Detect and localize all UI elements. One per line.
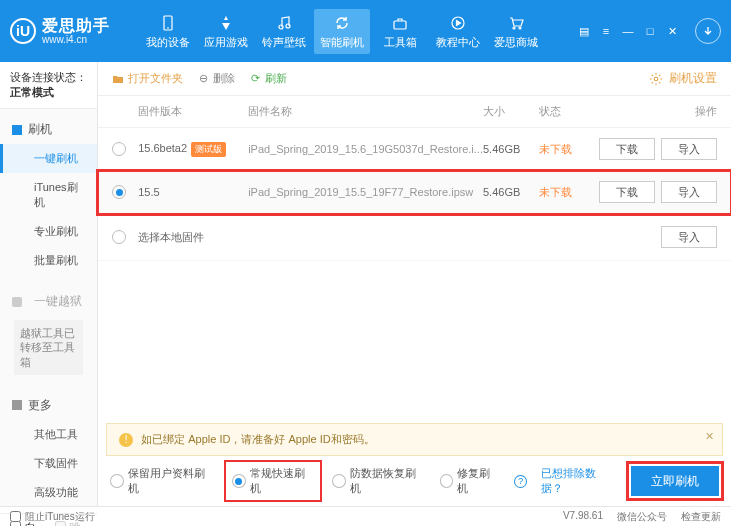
toolbox-icon xyxy=(390,13,410,33)
block-itunes-checkbox[interactable]: 阻止iTunes运行 xyxy=(10,510,95,524)
nav-label: 爱思商城 xyxy=(494,35,538,50)
firmware-row[interactable]: 15.6beta2测试版 iPad_Spring_2019_15.6_19G50… xyxy=(98,128,731,171)
app-icon xyxy=(216,13,236,33)
opt-anti-recovery[interactable]: 防数据恢复刷机 xyxy=(332,466,425,496)
refresh-icon: ⟳ xyxy=(249,73,261,85)
app-logo-icon: iU xyxy=(10,18,36,44)
local-fw-label: 选择本地固件 xyxy=(138,230,589,245)
warning-icon: ! xyxy=(119,433,133,447)
sidebar-item-oneclick[interactable]: 一键刷机 xyxy=(0,144,97,173)
fw-name: iPad_Spring_2019_15.6_19G5037d_Restore.i… xyxy=(248,143,483,155)
check-update-link[interactable]: 检查更新 xyxy=(681,510,721,524)
sidebar-header-more[interactable]: 更多 xyxy=(0,391,97,420)
square-icon xyxy=(12,400,22,410)
phone-icon xyxy=(158,13,178,33)
beta-badge: 测试版 xyxy=(191,142,226,157)
maximize-icon[interactable]: □ xyxy=(643,24,657,38)
local-firmware-row[interactable]: 选择本地固件 导入 xyxy=(98,214,731,261)
fw-size: 5.46GB xyxy=(483,186,539,198)
opt-normal-flash[interactable]: 常规快速刷机 xyxy=(228,464,318,498)
radio-icon xyxy=(110,474,124,488)
appleid-alert: ! 如已绑定 Apple ID，请准备好 Apple ID和密码。 ✕ xyxy=(106,423,723,456)
sidebar-header-flash[interactable]: 刷机 xyxy=(0,115,97,144)
cart-icon xyxy=(506,13,526,33)
minimize-icon[interactable]: — xyxy=(621,24,635,38)
sidebar-item-itunes[interactable]: iTunes刷机 xyxy=(0,173,97,217)
import-button[interactable]: 导入 xyxy=(661,226,717,248)
import-button[interactable]: 导入 xyxy=(661,181,717,203)
help-icon[interactable]: ? xyxy=(514,475,527,488)
download-button[interactable]: 下载 xyxy=(599,181,655,203)
radio-icon[interactable] xyxy=(112,142,126,156)
firmware-row-selected[interactable]: 15.5 iPad_Spring_2019_15.5_19F77_Restore… xyxy=(98,171,731,214)
download-button[interactable]: 下载 xyxy=(599,138,655,160)
svg-point-6 xyxy=(513,27,515,29)
exclude-data-link[interactable]: 已想排除数据？ xyxy=(541,466,617,496)
radio-icon xyxy=(332,474,346,488)
fw-status: 未下载 xyxy=(539,142,589,157)
fw-status: 未下载 xyxy=(539,185,589,200)
download-progress-icon[interactable] xyxy=(695,18,721,44)
th-name: 固件名称 xyxy=(248,104,483,119)
sidebar-item-pro[interactable]: 专业刷机 xyxy=(0,217,97,246)
opt-keep-data[interactable]: 保留用户资料刷机 xyxy=(110,466,214,496)
app-title: 爱思助手 xyxy=(42,17,110,35)
nav-my-device[interactable]: 我的设备 xyxy=(140,9,196,54)
nav-label: 我的设备 xyxy=(146,35,190,50)
refresh-button[interactable]: ⟳刷新 xyxy=(249,71,287,86)
th-status: 状态 xyxy=(539,104,589,119)
play-icon xyxy=(448,13,468,33)
delete-icon: ⊖ xyxy=(197,73,209,85)
opt-repair[interactable]: 修复刷机 xyxy=(440,466,501,496)
flash-settings-button[interactable]: 刷机设置 xyxy=(649,70,717,87)
delete-button[interactable]: ⊖删除 xyxy=(197,71,235,86)
nav-toolbox[interactable]: 工具箱 xyxy=(372,9,428,54)
wechat-link[interactable]: 微信公众号 xyxy=(617,510,667,524)
sidebar-item-other[interactable]: 其他工具 xyxy=(0,420,97,449)
refresh-icon xyxy=(332,13,352,33)
nav-label: 工具箱 xyxy=(384,35,417,50)
nav-flash[interactable]: 智能刷机 xyxy=(314,9,370,54)
radio-icon xyxy=(440,474,454,488)
import-button[interactable]: 导入 xyxy=(661,138,717,160)
gear-icon xyxy=(649,72,663,86)
nav-store[interactable]: 爱思商城 xyxy=(488,9,544,54)
fw-size: 5.46GB xyxy=(483,143,539,155)
fw-name: iPad_Spring_2019_15.5_19F77_Restore.ipsw xyxy=(248,186,483,198)
app-url: www.i4.cn xyxy=(42,34,110,45)
version-label: V7.98.61 xyxy=(563,510,603,524)
lock-icon xyxy=(12,297,22,307)
radio-icon xyxy=(232,474,246,488)
music-icon xyxy=(274,13,294,33)
nav-label: 应用游戏 xyxy=(204,35,248,50)
skin-icon[interactable]: ≡ xyxy=(599,24,613,38)
nav-label: 智能刷机 xyxy=(320,35,364,50)
close-icon[interactable]: ✕ xyxy=(665,24,679,38)
close-alert-icon[interactable]: ✕ xyxy=(705,430,714,443)
svg-point-7 xyxy=(519,27,521,29)
nav-ringtones[interactable]: 铃声壁纸 xyxy=(256,9,312,54)
th-ops: 操作 xyxy=(589,104,717,119)
nav-apps[interactable]: 应用游戏 xyxy=(198,9,254,54)
fw-version: 15.5 xyxy=(138,186,159,198)
sidebar-item-advanced[interactable]: 高级功能 xyxy=(0,478,97,507)
menu-icon[interactable]: ▤ xyxy=(577,24,591,38)
svg-point-8 xyxy=(654,77,658,81)
nav-label: 铃声壁纸 xyxy=(262,35,306,50)
nav-tutorials[interactable]: 教程中心 xyxy=(430,9,486,54)
nav-label: 教程中心 xyxy=(436,35,480,50)
th-version: 固件版本 xyxy=(138,104,248,119)
open-folder-button[interactable]: 打开文件夹 xyxy=(112,71,183,86)
th-size: 大小 xyxy=(483,104,539,119)
sidebar-item-download-fw[interactable]: 下载固件 xyxy=(0,449,97,478)
jailbreak-note: 越狱工具已转移至工具箱 xyxy=(14,320,83,375)
fw-version: 15.6beta2 xyxy=(138,142,187,154)
svg-rect-4 xyxy=(394,21,406,29)
flash-now-button[interactable]: 立即刷机 xyxy=(631,466,719,496)
sidebar-header-jailbreak[interactable]: 一键越狱 xyxy=(0,287,97,316)
radio-icon[interactable] xyxy=(112,230,126,244)
radio-icon[interactable] xyxy=(112,185,126,199)
sidebar-item-batch[interactable]: 批量刷机 xyxy=(0,246,97,275)
folder-icon xyxy=(112,73,124,85)
square-icon xyxy=(12,125,22,135)
